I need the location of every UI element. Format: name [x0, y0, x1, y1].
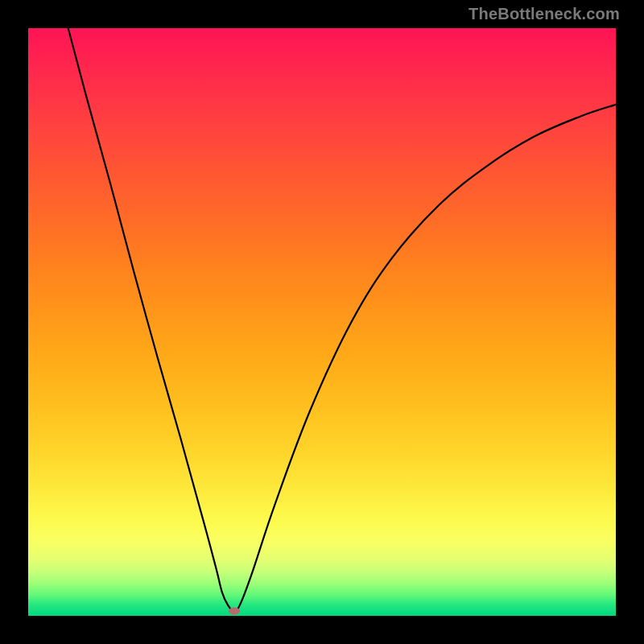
- curve-line: [68, 28, 616, 611]
- watermark-text: TheBottleneck.com: [469, 5, 620, 23]
- curve-layer: [28, 28, 616, 616]
- chart-stage: TheBottleneck.com: [0, 0, 644, 644]
- marker-dot: [229, 608, 240, 615]
- plot-area: [28, 28, 616, 616]
